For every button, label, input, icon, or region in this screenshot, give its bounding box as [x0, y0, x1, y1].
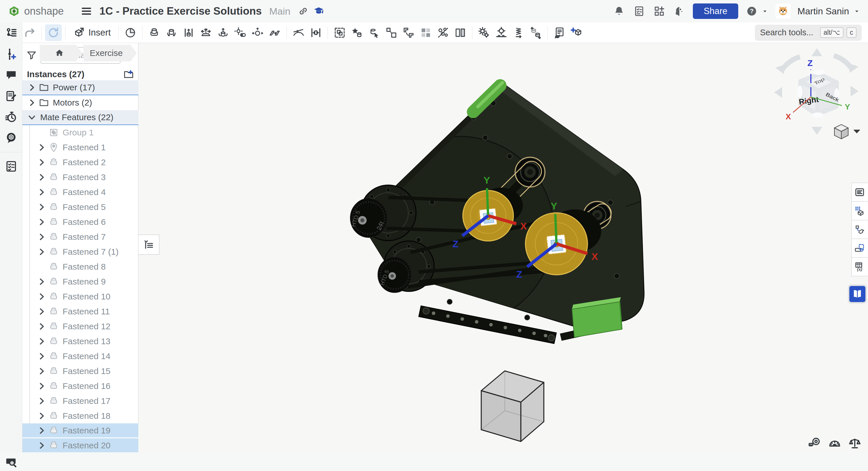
- chevron-right-icon[interactable]: [37, 232, 46, 242]
- mate-tool-button[interactable]: [122, 24, 139, 41]
- apps-store-icon[interactable]: [653, 5, 666, 18]
- rack-pinion-tool-button[interactable]: [493, 24, 510, 41]
- tree-row[interactable]: Group 1: [22, 125, 138, 140]
- tree-row[interactable]: Fastened 16: [22, 379, 138, 394]
- 3d-viewport[interactable]: HTD 5 24t HTD 5: [138, 43, 868, 452]
- tree-row[interactable]: Motors (2): [22, 95, 138, 110]
- tree-row[interactable]: Fastened 19: [22, 424, 138, 438]
- chevron-right-icon[interactable]: [37, 441, 46, 450]
- help-caret-icon[interactable]: [761, 5, 769, 18]
- tree-row[interactable]: Fastened 14: [22, 349, 138, 364]
- chevron-right-icon[interactable]: [37, 307, 46, 316]
- chevron-right-icon[interactable]: [27, 82, 37, 92]
- chevron-right-icon[interactable]: [37, 411, 46, 421]
- ai-advisor-icon[interactable]: [673, 5, 686, 18]
- tree-row[interactable]: Mate Features (22): [22, 110, 138, 125]
- chevron-right-icon[interactable]: [37, 247, 46, 257]
- user-name[interactable]: Martin Sanin: [797, 6, 849, 16]
- planar-tool-button[interactable]: [197, 24, 214, 41]
- screw-tool-button[interactable]: [510, 24, 527, 41]
- sphere-pattern-tool-button[interactable]: [435, 24, 452, 41]
- parallel-tool-button[interactable]: [267, 24, 283, 41]
- comments-rail-button[interactable]: [4, 68, 18, 82]
- chevron-down-icon[interactable]: [27, 112, 37, 122]
- bearing-top[interactable]: [517, 159, 543, 185]
- chevron-right-icon[interactable]: [37, 187, 46, 197]
- update-sync-button[interactable]: [45, 24, 62, 41]
- chevron-right-icon[interactable]: [37, 366, 46, 376]
- redo-button[interactable]: [21, 24, 38, 41]
- notes-rail-button[interactable]: [4, 89, 18, 103]
- variables-table-panel-button[interactable]: (x): [851, 257, 868, 276]
- fastened-tool-button[interactable]: [146, 24, 162, 41]
- share-link-icon[interactable]: [297, 5, 310, 18]
- gear-tool-button[interactable]: [476, 24, 492, 41]
- cylindrical-tool-button[interactable]: [215, 24, 231, 41]
- tree-row[interactable]: Fastened 12: [22, 319, 138, 334]
- pattern-tool-button[interactable]: [417, 24, 434, 41]
- tree-row[interactable]: Fastened 18: [22, 408, 138, 424]
- tree-row[interactable]: Fastened 2: [22, 155, 138, 170]
- find-in-document-icon[interactable]: [5, 456, 19, 469]
- history-rail-button[interactable]: [4, 110, 18, 124]
- tape-measure-button[interactable]: [808, 437, 822, 450]
- home-tab[interactable]: [40, 45, 82, 61]
- user-avatar[interactable]: [776, 4, 790, 19]
- tree-row[interactable]: Fastened 11: [22, 304, 138, 319]
- tree-row[interactable]: Power (17): [22, 80, 138, 95]
- group-tool-button[interactable]: [331, 24, 348, 41]
- tree-row[interactable]: Fastened 1: [22, 140, 138, 155]
- bom-tool-button[interactable]: [551, 24, 568, 41]
- search-tools-button[interactable]: Search tools... alt/⌥ c: [755, 25, 862, 41]
- filter-funnel-icon[interactable]: [25, 49, 38, 62]
- document-title[interactable]: 1C - Practice Exercise Solutions: [99, 5, 262, 17]
- slider-tool-button[interactable]: [180, 24, 197, 41]
- chevron-right-icon[interactable]: [37, 426, 46, 435]
- learning-book-button[interactable]: [848, 284, 867, 303]
- tree-row[interactable]: Fastened 13: [22, 334, 138, 349]
- mass-properties-button[interactable]: [848, 437, 862, 450]
- configurations-panel-button[interactable]: [851, 239, 868, 258]
- add-folder-icon[interactable]: [122, 68, 135, 80]
- structure-outline-panel-button[interactable]: [851, 183, 868, 202]
- belt-tool-button[interactable]: [527, 24, 544, 41]
- panel-collapse-toggle[interactable]: [138, 235, 159, 255]
- tree-row[interactable]: Fastened 10: [22, 289, 138, 304]
- insert-in-context-panel-button[interactable]: [851, 220, 868, 239]
- chevron-right-icon[interactable]: [37, 381, 46, 391]
- named-positions-tool-button[interactable]: [348, 24, 365, 41]
- create-version-rail-button[interactable]: [4, 47, 18, 61]
- tree-row[interactable]: Fastened 17: [22, 394, 138, 408]
- chevron-right-icon[interactable]: [37, 202, 46, 212]
- section-tool-button[interactable]: [452, 24, 469, 41]
- tangent-tool-button[interactable]: [290, 24, 307, 41]
- tree-row[interactable]: Fastened 7 (1): [22, 244, 138, 259]
- replicate-tool-button[interactable]: [400, 24, 417, 41]
- checklist-rail-button[interactable]: [4, 160, 18, 173]
- distance-tool-button[interactable]: [308, 24, 324, 41]
- help-icon[interactable]: ?: [745, 5, 758, 18]
- insert-button[interactable]: Insert: [69, 24, 115, 41]
- versions-rail-button[interactable]: [4, 26, 18, 40]
- chevron-right-icon[interactable]: [37, 217, 46, 227]
- notifications-bell-icon[interactable]: [613, 5, 626, 18]
- workspace-branch[interactable]: Main: [269, 6, 290, 17]
- tree-row[interactable]: Fastened 15: [22, 364, 138, 379]
- offset-in-place-tool-button[interactable]: [383, 24, 400, 41]
- chevron-right-icon[interactable]: [37, 172, 46, 182]
- chevron-right-icon[interactable]: [37, 336, 46, 346]
- onshape-logo-icon[interactable]: [7, 5, 21, 18]
- chevron-right-icon[interactable]: [37, 158, 46, 167]
- chevron-right-icon[interactable]: [27, 98, 37, 108]
- learning-rail-button[interactable]: [4, 131, 18, 145]
- chevron-right-icon[interactable]: [37, 277, 46, 287]
- tasks-icon[interactable]: [632, 5, 646, 18]
- chevron-right-icon[interactable]: [37, 142, 46, 152]
- tree-row[interactable]: Fastened 5: [22, 200, 138, 214]
- tree-row[interactable]: Fastened 20: [22, 438, 138, 452]
- exploded-view-tool-button[interactable]: [568, 24, 585, 41]
- chevron-right-icon[interactable]: [37, 292, 46, 301]
- revolute-tool-button[interactable]: [163, 24, 180, 41]
- tree-row[interactable]: Fastened 8: [22, 259, 138, 274]
- user-caret-icon[interactable]: [853, 5, 861, 18]
